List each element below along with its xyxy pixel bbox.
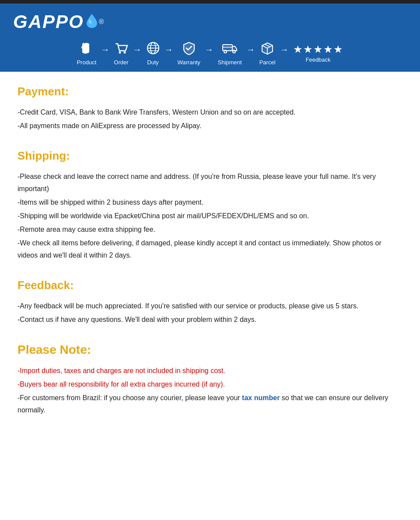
svg-point-6: [123, 52, 126, 54]
please-note-section: Please Note: -Import duties, taxes and c…: [18, 343, 402, 416]
feedback-section: Feedback: -Any feedback will be much app…: [18, 279, 402, 325]
logo-gappo: GAPPO: [13, 11, 84, 32]
shipping-line-2: -Items will be shipped within 2 business…: [18, 196, 402, 208]
main-content: Payment: -Credit Card, VISA, Bank to Ban…: [0, 72, 420, 451]
note-brazil-before: -For customers from Brazil: if you choos…: [18, 394, 242, 401]
feedback-title: Feedback:: [18, 279, 402, 292]
header: GAPPO ® Product: [0, 3, 420, 72]
nav-step-shipment: Shipment: [218, 41, 242, 66]
svg-point-5: [119, 52, 121, 54]
duty-icon: [146, 41, 160, 57]
payment-title: Payment:: [18, 85, 402, 98]
nav-step-product: Product: [77, 41, 96, 66]
duty-label: Duty: [147, 59, 159, 66]
arrow-1: →: [101, 45, 109, 63]
note-brazil-line: -For customers from Brazil: if you choos…: [18, 392, 402, 415]
svg-point-13: [224, 50, 227, 53]
nav-step-duty: Duty: [146, 41, 160, 66]
warranty-icon: [182, 41, 196, 57]
please-note-title: Please Note:: [18, 343, 402, 357]
nav-step-feedback: ★★★★★ Feedback: [293, 44, 343, 63]
shipping-line-4: -Remote area may cause extra shipping fe…: [18, 223, 402, 235]
parcel-label: Parcel: [259, 59, 276, 66]
order-label: Order: [114, 59, 128, 66]
note-red-line-1: -Import duties, taxes and charges are no…: [18, 365, 402, 377]
product-label: Product: [77, 59, 96, 66]
shipping-body: -Please check and leave the correct name…: [18, 171, 402, 261]
nav-step-order: Order: [114, 41, 128, 66]
logo-waterdrop-icon: [86, 13, 98, 29]
payment-body: -Credit Card, VISA, Bank to Bank Wire Tr…: [18, 106, 402, 132]
svg-rect-3: [82, 48, 88, 50]
feedback-line-2: -Contact us if have any questions. We'll…: [18, 314, 402, 325]
arrow-6: →: [280, 45, 289, 63]
order-icon: [114, 41, 128, 57]
feedback-body: -Any feedback will be much appreciated. …: [18, 300, 402, 325]
nav-steps: Product → Order →: [13, 35, 407, 72]
nav-step-warranty: Warranty: [178, 41, 200, 66]
shipping-line-1: -Please check and leave the correct name…: [18, 171, 402, 194]
svg-point-4: [83, 45, 85, 46]
shipping-line-5: -We check all items before delivering, i…: [18, 237, 402, 261]
shipment-icon: [222, 41, 238, 57]
svg-point-14: [233, 50, 235, 53]
feedback-icon: ★★★★★: [293, 44, 343, 55]
logo-text: GAPPO: [13, 11, 84, 32]
payment-line-2: -All payments made on AliExpress are pro…: [18, 120, 402, 132]
shipment-label: Shipment: [218, 59, 242, 66]
arrow-2: →: [133, 45, 142, 63]
nav-step-parcel: Parcel: [259, 41, 276, 66]
parcel-icon: [260, 41, 274, 57]
logo-wrapper: GAPPO ®: [13, 11, 104, 32]
note-red-line-2: -Buyers bear all responsibility for all …: [18, 378, 402, 390]
note-brazil-link: tax number: [242, 394, 280, 401]
warranty-label: Warranty: [178, 59, 200, 66]
arrow-4: →: [205, 45, 214, 63]
shipping-title: Shipping:: [18, 149, 402, 163]
payment-line-1: -Credit Card, VISA, Bank to Bank Wire Tr…: [18, 106, 402, 118]
shipping-section: Shipping: -Please check and leave the co…: [18, 149, 402, 261]
registered-symbol: ®: [99, 18, 104, 26]
header-top: GAPPO ®: [13, 11, 407, 32]
payment-section: Payment: -Credit Card, VISA, Bank to Ban…: [18, 85, 402, 132]
arrow-3: →: [164, 45, 173, 63]
feedback-line-1: -Any feedback will be much appreciated. …: [18, 300, 402, 312]
svg-rect-12: [223, 45, 232, 51]
feedback-label: Feedback: [305, 56, 330, 63]
product-icon: [80, 41, 94, 57]
top-bar: [0, 0, 420, 3]
please-note-body: -Import duties, taxes and charges are no…: [18, 365, 402, 416]
arrow-5: →: [246, 45, 255, 63]
shipping-line-3: -Shipping will be worldwide via Epacket/…: [18, 210, 402, 222]
